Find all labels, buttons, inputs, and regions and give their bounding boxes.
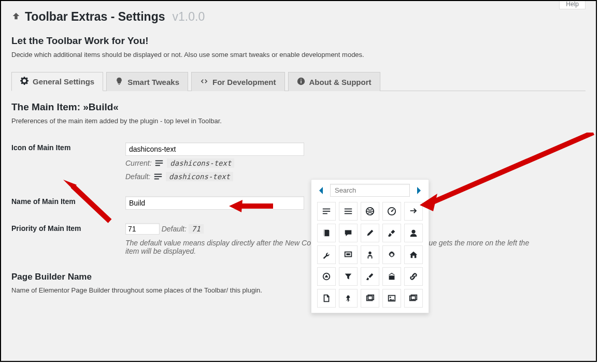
text-icon: [152, 172, 164, 183]
picker-icon-migrate[interactable]: [404, 202, 423, 221]
priority-default-label: Default:: [162, 225, 187, 233]
picker-icon-format-gallery[interactable]: [361, 289, 379, 308]
picker-icon-admin-brush[interactable]: [361, 267, 379, 286]
picker-icon-admin-links[interactable]: [404, 267, 423, 286]
tab-label: For Development: [212, 78, 276, 86]
page-title: Toolbar Extras - Settings: [25, 10, 165, 24]
svg-rect-5: [155, 165, 160, 166]
picker-icon-filter[interactable]: [339, 267, 358, 286]
main-item-desc: Preferences of the main item added by th…: [11, 117, 586, 125]
picker-icon-admin-appearance[interactable]: [361, 224, 379, 242]
svg-rect-4: [155, 163, 163, 164]
text-icon: [153, 158, 165, 169]
settings-tabs: General Settings Smart Tweaks For Develo…: [11, 72, 586, 91]
icon-input[interactable]: [125, 142, 304, 156]
gear-icon: [20, 77, 28, 86]
picker-icon-admin-home[interactable]: [404, 245, 423, 264]
code-icon: [200, 77, 208, 87]
picker-icon-text[interactable]: [317, 202, 336, 221]
current-value: dashicons-text: [167, 158, 234, 168]
name-input[interactable]: [125, 196, 304, 210]
priority-input[interactable]: [125, 223, 160, 235]
picker-icon-slides[interactable]: [339, 245, 358, 264]
tab-for-development[interactable]: For Development: [191, 72, 285, 91]
name-row-label: Name of Main Item: [11, 192, 125, 219]
tab-label: About & Support: [309, 78, 372, 86]
up-arrow-icon: [11, 11, 21, 22]
picker-icon-images-alt[interactable]: [404, 289, 423, 308]
icon-picker: [311, 179, 429, 313]
priority-default-value: 71: [189, 224, 204, 234]
svg-rect-7: [154, 176, 162, 177]
picker-icon-marker[interactable]: [317, 267, 336, 286]
picker-icon-dashboard[interactable]: [382, 202, 401, 221]
page-version: v1.0.0: [173, 10, 205, 24]
tab-label: General Settings: [33, 77, 94, 86]
picker-icon-admin-site[interactable]: [361, 202, 379, 221]
page-heading: Toolbar Extras - Settings v1.0.0: [11, 10, 586, 24]
page-builder-desc: Name of Elementor Page Builder throughou…: [11, 286, 586, 294]
picker-icon-building[interactable]: [382, 267, 401, 286]
tab-about-support[interactable]: About & Support: [288, 72, 380, 91]
svg-rect-8: [154, 179, 159, 180]
picker-icon-menu[interactable]: [339, 202, 358, 221]
tab-general-settings[interactable]: General Settings: [11, 72, 103, 91]
main-item-heading: The Main Item: »Build«: [11, 101, 586, 113]
picker-icon-admin-tools[interactable]: [317, 245, 336, 264]
svg-rect-6: [154, 174, 162, 175]
page-builder-heading: Page Builder Name: [11, 272, 586, 282]
picker-icon-sticky[interactable]: [339, 289, 358, 308]
tab-smart-tweaks[interactable]: Smart Tweaks: [106, 72, 188, 91]
picker-icon-admin-users[interactable]: [404, 224, 423, 242]
picker-icon-admin-network[interactable]: [361, 245, 379, 264]
svg-rect-3: [155, 161, 163, 162]
picker-icon-book[interactable]: [317, 224, 336, 242]
picker-prev[interactable]: [316, 185, 327, 196]
default-label: Default:: [125, 172, 150, 181]
picker-next[interactable]: [413, 185, 424, 196]
info-icon: [297, 77, 305, 87]
svg-rect-2: [301, 79, 302, 80]
help-tab[interactable]: Help: [559, 1, 586, 9]
picker-icon-format-image[interactable]: [382, 289, 401, 308]
priority-row-label: Priority of Main Item: [11, 219, 125, 265]
default-value: dashicons-text: [166, 172, 233, 181]
settings-form: Icon of Main Item Current: dashicons-tex…: [11, 138, 586, 265]
icon-row-label: Icon of Main Item: [11, 138, 125, 192]
picker-search-input[interactable]: [330, 184, 410, 197]
intro-title: Let the Toolbar Work for You!: [11, 35, 586, 47]
current-label: Current:: [125, 159, 152, 167]
picker-icon-admin-page[interactable]: [317, 289, 336, 308]
picker-icon-admin-comments[interactable]: [339, 224, 358, 242]
picker-icon-admin-customizer[interactable]: [382, 224, 401, 242]
lightbulb-icon: [115, 77, 123, 87]
intro-desc: Decide which additional items should be …: [11, 51, 586, 59]
picker-icon-admin-generic[interactable]: [382, 245, 401, 264]
svg-rect-1: [301, 80, 302, 83]
tab-label: Smart Tweaks: [127, 78, 179, 86]
